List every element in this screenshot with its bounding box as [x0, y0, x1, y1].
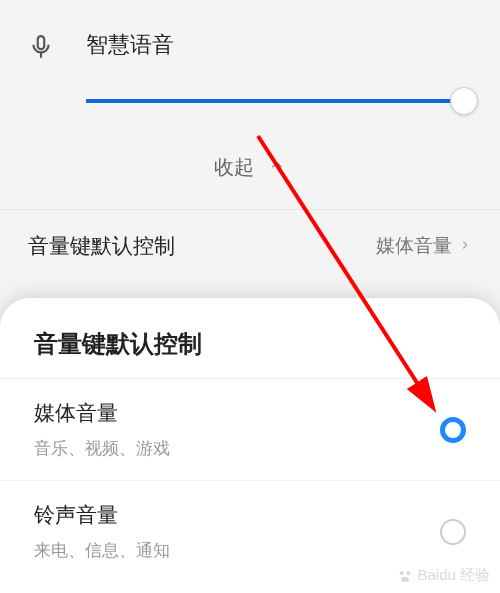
smart-voice-slider[interactable] — [86, 86, 466, 116]
chevron-right-icon — [458, 235, 472, 257]
collapse-button[interactable]: 收起 — [0, 126, 500, 209]
sheet-title: 音量键默认控制 — [0, 328, 500, 378]
option-title: 铃声音量 — [34, 501, 170, 529]
smart-voice-slider-area: 智慧语音 — [86, 30, 472, 116]
svg-rect-0 — [38, 36, 45, 49]
watermark-text: Baidu 经验 — [417, 566, 490, 585]
option-subtitle: 音乐、视频、游戏 — [34, 437, 170, 460]
volume-key-default-label: 音量键默认控制 — [28, 232, 175, 260]
option-title: 媒体音量 — [34, 399, 170, 427]
volume-key-default-row[interactable]: 音量键默认控制 媒体音量 — [0, 209, 500, 282]
smart-voice-section: 智慧语音 — [0, 0, 500, 126]
volume-key-default-value-text: 媒体音量 — [376, 233, 452, 259]
radio-selected-icon[interactable] — [440, 417, 466, 443]
volume-key-sheet: 音量键默认控制 媒体音量 音乐、视频、游戏 铃声音量 来电、信息、通知 — [0, 298, 500, 593]
option-subtitle: 来电、信息、通知 — [34, 539, 170, 562]
slider-thumb[interactable] — [450, 87, 478, 115]
svg-point-5 — [407, 571, 411, 575]
chevron-up-icon — [268, 156, 286, 179]
smart-voice-label: 智慧语音 — [86, 30, 472, 60]
volume-key-default-value: 媒体音量 — [376, 233, 472, 259]
mic-icon — [28, 34, 54, 64]
option-media-volume[interactable]: 媒体音量 音乐、视频、游戏 — [0, 378, 500, 480]
slider-track — [86, 99, 466, 103]
svg-point-4 — [400, 571, 404, 575]
svg-point-6 — [401, 576, 409, 581]
option-text: 铃声音量 来电、信息、通知 — [34, 501, 170, 562]
option-text: 媒体音量 音乐、视频、游戏 — [34, 399, 170, 460]
baidu-icon — [397, 568, 413, 584]
radio-unselected-icon[interactable] — [440, 519, 466, 545]
collapse-label: 收起 — [214, 154, 254, 181]
watermark: Baidu 经验 — [397, 566, 490, 585]
